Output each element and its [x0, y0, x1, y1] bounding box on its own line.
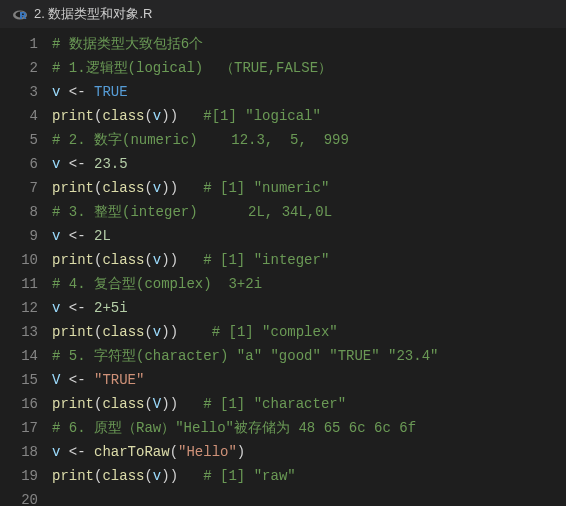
token: ): [170, 396, 204, 412]
token: class: [102, 108, 144, 124]
line-number: 9: [0, 224, 38, 248]
code-line[interactable]: # 6. 原型（Raw）"Hello"被存储为 48 65 6c 6c 6f: [52, 416, 566, 440]
line-number: 15: [0, 368, 38, 392]
code-line[interactable]: v <- TRUE: [52, 80, 566, 104]
token: # 1.逻辑型(logical) （TRUE,FALSE）: [52, 60, 332, 76]
token: v: [153, 108, 161, 124]
token: (: [144, 324, 152, 340]
line-number: 6: [0, 152, 38, 176]
token: ): [161, 180, 169, 196]
code-line[interactable]: # 数据类型大致包括6个: [52, 32, 566, 56]
token: ): [170, 180, 204, 196]
token: print: [52, 324, 94, 340]
line-number: 2: [0, 56, 38, 80]
token: # 6. 原型（Raw）"Hello"被存储为 48 65 6c 6c 6f: [52, 420, 416, 436]
line-number: 11: [0, 272, 38, 296]
token: # 2. 数字(numeric) 12.3, 5, 999: [52, 132, 349, 148]
token: print: [52, 396, 94, 412]
token: TRUE: [94, 84, 128, 100]
line-number: 19: [0, 464, 38, 488]
token: (: [144, 396, 152, 412]
token: # 数据类型大致包括6个: [52, 36, 203, 52]
token: print: [52, 252, 94, 268]
editor-area[interactable]: 1234567891011121314151617181920 # 数据类型大致…: [0, 28, 566, 506]
token: print: [52, 468, 94, 484]
token: <-: [60, 156, 94, 172]
token: ): [170, 252, 204, 268]
token: <-: [60, 300, 94, 316]
line-number: 8: [0, 200, 38, 224]
code-line[interactable]: print(class(V)) # [1] "character": [52, 392, 566, 416]
token: v: [153, 324, 161, 340]
token: ): [161, 108, 169, 124]
token: class: [102, 324, 144, 340]
code-line[interactable]: # 1.逻辑型(logical) （TRUE,FALSE）: [52, 56, 566, 80]
token: <-: [60, 372, 94, 388]
token: print: [52, 180, 94, 196]
token: ): [237, 444, 245, 460]
line-number: 5: [0, 128, 38, 152]
code-line[interactable]: # 4. 复合型(complex) 3+2i: [52, 272, 566, 296]
line-number: 14: [0, 344, 38, 368]
token: # 4. 复合型(complex) 3+2i: [52, 276, 262, 292]
token: # [1] "numeric": [203, 180, 329, 196]
token: # [1] "character": [203, 396, 346, 412]
token: ): [170, 108, 204, 124]
code-line[interactable]: print(class(v)) # [1] "numeric": [52, 176, 566, 200]
code-line[interactable]: # 3. 整型(integer) 2L, 34L,0L: [52, 200, 566, 224]
line-number: 12: [0, 296, 38, 320]
token: print: [52, 108, 94, 124]
token: class: [102, 396, 144, 412]
code-line[interactable]: v <- 2+5i: [52, 296, 566, 320]
line-number: 3: [0, 80, 38, 104]
token: (: [144, 108, 152, 124]
token: ): [161, 324, 169, 340]
token: # [1] "integer": [203, 252, 329, 268]
code-line[interactable]: print(class(v)) # [1] "raw": [52, 464, 566, 488]
token: V: [153, 396, 161, 412]
token: # [1] "raw": [203, 468, 295, 484]
tab-title: 2. 数据类型和对象.R: [34, 5, 152, 23]
code-line[interactable]: v <- 2L: [52, 224, 566, 248]
token: ): [170, 324, 212, 340]
file-tab[interactable]: 2. 数据类型和对象.R: [4, 5, 160, 23]
token: "Hello": [178, 444, 237, 460]
token: ): [161, 468, 169, 484]
token: (: [144, 180, 152, 196]
code-line[interactable]: V <- "TRUE": [52, 368, 566, 392]
token: ): [170, 468, 204, 484]
line-number: 4: [0, 104, 38, 128]
token: 2L: [94, 228, 111, 244]
token: # 3. 整型(integer) 2L, 34L,0L: [52, 204, 332, 220]
r-file-icon: [12, 6, 28, 22]
token: v: [153, 180, 161, 196]
token: (: [144, 252, 152, 268]
token: (: [170, 444, 178, 460]
token: <-: [60, 228, 94, 244]
code-line[interactable]: print(class(v)) #[1] "logical": [52, 104, 566, 128]
line-number: 17: [0, 416, 38, 440]
token: <-: [60, 84, 94, 100]
code-line[interactable]: v <- 23.5: [52, 152, 566, 176]
token: #[1] "logical": [203, 108, 321, 124]
code-line[interactable]: # 2. 数字(numeric) 12.3, 5, 999: [52, 128, 566, 152]
token: class: [102, 180, 144, 196]
token: 2+5i: [94, 300, 128, 316]
code-line[interactable]: [52, 488, 566, 506]
line-number: 13: [0, 320, 38, 344]
token: # 5. 字符型(character) "a" "good" "TRUE" "2…: [52, 348, 438, 364]
code-line[interactable]: print(class(v)) # [1] "complex": [52, 320, 566, 344]
token: "TRUE": [94, 372, 144, 388]
token: v: [153, 252, 161, 268]
line-number-gutter: 1234567891011121314151617181920: [0, 32, 52, 506]
line-number: 7: [0, 176, 38, 200]
code-line[interactable]: print(class(v)) # [1] "integer": [52, 248, 566, 272]
token: charToRaw: [94, 444, 170, 460]
token: class: [102, 252, 144, 268]
code-content[interactable]: # 数据类型大致包括6个# 1.逻辑型(logical) （TRUE,FALSE…: [52, 32, 566, 506]
code-line[interactable]: # 5. 字符型(character) "a" "good" "TRUE" "2…: [52, 344, 566, 368]
token: <-: [60, 444, 94, 460]
code-line[interactable]: v <- charToRaw("Hello"): [52, 440, 566, 464]
line-number: 20: [0, 488, 38, 506]
token: 23.5: [94, 156, 128, 172]
